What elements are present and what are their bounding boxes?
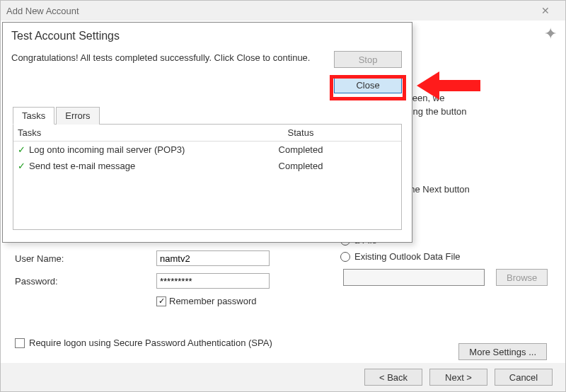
tab-tasks[interactable]: Tasks <box>13 107 54 125</box>
cancel-button[interactable]: Cancel <box>495 369 553 386</box>
username-label: User Name: <box>15 253 156 264</box>
check-icon: ✓ <box>18 144 29 155</box>
task-label: Log onto incoming mail server (POP3) <box>29 144 258 155</box>
window-body: ✦ mation on this screen, we r account by… <box>1 21 565 363</box>
task-label: Send test e-mail message <box>29 161 258 171</box>
stop-button: Stop <box>334 51 402 68</box>
check-icon: ✓ <box>18 161 29 171</box>
remember-password-row[interactable]: Remember password <box>156 296 319 306</box>
task-row: ✓ Log onto incoming mail server (POP3) C… <box>13 142 401 158</box>
col-tasks: Tasks <box>18 127 258 138</box>
remember-password-checkbox[interactable] <box>156 296 166 306</box>
more-settings-button[interactable]: More Settings ... <box>458 343 547 360</box>
title-bar: Add New Account ✕ <box>1 1 565 21</box>
radio-existing-file-row[interactable]: Existing Outlook Data File <box>340 251 553 262</box>
bottom-bar: < Back Next > Cancel <box>1 363 565 391</box>
username-input[interactable] <box>156 250 270 266</box>
spa-label: Require logon using Secure Password Auth… <box>29 338 272 348</box>
dialog-title: Test Account Settings <box>3 23 412 45</box>
data-file-path-input[interactable] <box>343 269 485 286</box>
spa-row[interactable]: Require logon using Secure Password Auth… <box>15 338 272 348</box>
next-button[interactable]: Next > <box>429 369 487 386</box>
tabs-region: Tasks Errors Tasks Status ✓ Log onto inc… <box>13 106 402 230</box>
task-table-header: Tasks Status <box>13 125 401 142</box>
browse-button[interactable]: Browse <box>496 269 548 286</box>
task-row: ✓ Send test e-mail message Completed <box>13 158 401 174</box>
password-label: Password: <box>15 276 156 287</box>
test-account-dialog: Test Account Settings Congratulations! A… <box>2 22 412 243</box>
window-title: Add New Account <box>6 6 531 16</box>
radio-existing-file-label: Existing Outlook Data File <box>354 251 461 262</box>
remember-password-label: Remember password <box>169 296 257 306</box>
spa-checkbox[interactable] <box>15 338 25 348</box>
close-button[interactable]: Close <box>334 76 402 93</box>
tasks-tab-body: Tasks Status ✓ Log onto incoming mail se… <box>13 124 402 230</box>
radio-existing-file[interactable] <box>340 252 350 262</box>
task-status: Completed <box>258 161 343 171</box>
tab-errors[interactable]: Errors <box>56 107 99 125</box>
password-input[interactable] <box>156 273 270 289</box>
add-account-window: Add New Account ✕ ✦ mation on this scree… <box>0 0 566 392</box>
window-close-button[interactable]: ✕ <box>531 4 560 18</box>
col-status: Status <box>258 127 343 138</box>
back-button[interactable]: < Back <box>364 369 422 386</box>
cursor-icon: ✦ <box>544 25 557 43</box>
task-status: Completed <box>258 144 343 155</box>
